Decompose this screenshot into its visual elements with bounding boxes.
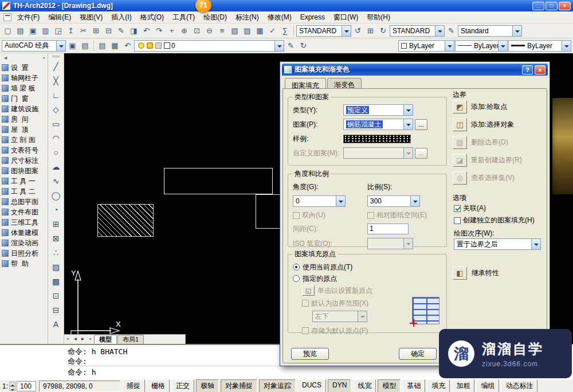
tab-layout1[interactable]: 布局1 xyxy=(117,335,144,344)
combo-arrow-icon[interactable] xyxy=(403,105,413,115)
spacing-input[interactable]: 1 xyxy=(367,224,409,234)
close-button[interactable]: × xyxy=(559,2,571,10)
specified-origin-radio[interactable]: 指定的原点 xyxy=(293,273,442,284)
toggle-otrack[interactable]: 对象追踪 xyxy=(259,379,296,392)
menu-item-help[interactable]: 帮助(H) xyxy=(363,11,394,23)
spline-icon[interactable]: ∿ xyxy=(49,174,63,188)
layer-update-icon[interactable]: ↻ xyxy=(297,40,309,52)
scale-combo[interactable]: 300 xyxy=(367,195,420,207)
tab-model[interactable]: 模型 xyxy=(94,335,117,344)
toggle-ducs[interactable]: DUCS xyxy=(297,379,326,392)
sidebar-item-text-table-symbol[interactable]: 文表符号 xyxy=(0,145,48,155)
set-origin-button[interactable]: ◱ xyxy=(302,285,315,296)
region-icon[interactable]: ⊡ xyxy=(49,289,63,303)
rectangle-icon[interactable]: ▭ xyxy=(49,117,63,131)
plot-icon[interactable]: ▥ xyxy=(40,25,52,37)
hatch-icon[interactable]: ▨ xyxy=(49,260,63,274)
sidebar-item-elevation-section[interactable]: 立 剖 面 xyxy=(0,135,48,145)
revision-cloud-icon[interactable]: ☁ xyxy=(49,160,63,174)
boundary-action-icon[interactable]: ◪ xyxy=(453,154,467,167)
menu-item-modify[interactable]: 修改(M) xyxy=(264,11,296,23)
paste-icon[interactable]: ⊟ xyxy=(103,25,115,37)
preview-button[interactable]: 预览 xyxy=(291,348,329,360)
combo-arrow-icon[interactable] xyxy=(336,196,345,206)
menu-item-tools[interactable]: 工具(T) xyxy=(168,11,199,23)
redo-icon[interactable]: ↷ xyxy=(153,25,165,37)
polygon-icon[interactable]: ◇ xyxy=(49,103,63,116)
toggle-osnap[interactable]: 对象捕捉 xyxy=(221,379,257,392)
pattern-sample-swatch[interactable] xyxy=(343,135,411,143)
ellipse-arc-icon[interactable]: ◔ xyxy=(49,203,63,217)
sidebar-item-file-layout[interactable]: 文件布图 xyxy=(0,207,48,217)
block-editor-icon[interactable]: ◨ xyxy=(128,25,140,37)
dim-style-icon[interactable]: ↺ xyxy=(352,25,364,37)
mtext-icon[interactable]: A xyxy=(49,317,63,331)
save-icon[interactable]: ▣ xyxy=(27,25,39,37)
sidebar-item-axis-grid-column[interactable]: 轴网柱子 xyxy=(0,73,48,83)
use-current-origin-radio[interactable]: 使用当前原点(T) xyxy=(293,261,442,273)
new-file-icon[interactable]: ▢ xyxy=(2,25,14,37)
construction-line-icon[interactable]: ╳ xyxy=(49,74,63,88)
sidebar-collapse-icon[interactable]: ◄ xyxy=(3,55,8,61)
type-combo[interactable]: 预定义 xyxy=(343,104,413,116)
custom-pattern-browse-button[interactable]: ... xyxy=(415,148,427,159)
menu-item-edit[interactable]: 编辑(E) xyxy=(44,11,75,23)
table-icon[interactable]: ⊟ xyxy=(49,303,63,317)
toggle-grid[interactable]: 栅格 xyxy=(147,379,170,392)
tab-nav-arrow-icon[interactable]: » xyxy=(87,335,94,344)
toggle-snap[interactable]: 捕捉 xyxy=(122,379,145,392)
table-style-icon[interactable]: ⊞ xyxy=(364,25,376,37)
tab-nav-arrow-icon[interactable]: « xyxy=(64,335,72,344)
toggle-group[interactable]: 编组 xyxy=(476,379,499,392)
tool-palettes-icon[interactable]: ▨ xyxy=(241,25,253,37)
color-combo[interactable]: ByLayer xyxy=(398,40,454,52)
store-default-origin-checkbox[interactable]: 存储为默认原点(F) xyxy=(302,324,442,337)
dialog-close-button[interactable]: × xyxy=(535,65,545,75)
properties-palette-icon[interactable]: ▤ xyxy=(79,40,91,52)
add-select-objects-button[interactable]: ◫ 添加:选择对象 xyxy=(453,116,522,134)
copy-icon[interactable]: ⊞ xyxy=(90,25,102,37)
combo-arrow-icon[interactable] xyxy=(403,148,413,158)
angle-combo[interactable]: 0 xyxy=(293,195,346,207)
insert-block-icon[interactable]: ⊞ xyxy=(49,217,63,231)
quick-calc-icon[interactable]: ∑ xyxy=(279,25,291,37)
combo-arrow-icon[interactable] xyxy=(562,41,571,51)
sidebar-item-door-window[interactable]: 门 窗 xyxy=(0,93,48,104)
boundary-action-icon[interactable]: ◩ xyxy=(453,100,467,113)
sidebar-item-massing[interactable]: 体量建模 xyxy=(0,228,48,238)
circle-icon[interactable]: ○ xyxy=(49,146,63,159)
sidebar-item-block-pattern[interactable]: 图块图案 xyxy=(0,166,48,176)
toggle-dyn[interactable]: DYN xyxy=(328,379,351,392)
combo-arrow-icon[interactable] xyxy=(410,196,419,206)
scale-control[interactable]: 1: 100 xyxy=(2,381,36,391)
dim-style-combo[interactable]: STANDARD xyxy=(296,25,351,37)
sidebar-item-wall-beam-slab[interactable]: 墙 梁 板 xyxy=(0,83,48,93)
toggle-base[interactable]: 基础 xyxy=(402,379,425,392)
undo-icon[interactable]: ↶ xyxy=(140,25,152,37)
sidebar-item-site-plan[interactable]: 总图平面 xyxy=(0,197,48,207)
extents-corner-combo[interactable]: 左下 xyxy=(312,311,367,322)
sidebar-item-roof[interactable]: 屋 顶 xyxy=(0,124,48,135)
toggle-bold[interactable]: 加粗 xyxy=(452,379,474,392)
properties-icon[interactable]: ≡ xyxy=(216,25,228,37)
text-style-combo[interactable]: Standard xyxy=(458,25,522,37)
workspace-combo[interactable]: AutoCAD 经典 xyxy=(2,40,66,52)
mleader-style-icon[interactable]: ↻ xyxy=(377,25,389,37)
zoom-previous-icon[interactable]: ⊖ xyxy=(203,25,215,37)
layer-states-icon[interactable]: ▦ xyxy=(109,40,121,52)
maximize-button[interactable]: □ xyxy=(545,2,558,10)
combo-arrow-icon[interactable] xyxy=(274,41,284,51)
lineweight-combo[interactable]: ByLayer xyxy=(508,40,571,52)
custom-pattern-combo[interactable] xyxy=(343,147,413,159)
ok-button[interactable]: 确定 xyxy=(399,348,437,360)
double-checkbox[interactable]: 双向(U) xyxy=(293,210,367,220)
coordinates-readout[interactable]: 97988, 28098, 0 xyxy=(39,381,120,392)
combo-arrow-icon[interactable] xyxy=(512,26,521,36)
combo-arrow-icon[interactable] xyxy=(435,26,444,36)
sidebar-item-3d-tools[interactable]: 三维工具 xyxy=(0,217,48,228)
layer-properties-icon[interactable]: ▤ xyxy=(96,40,108,52)
associative-checkbox[interactable]: 关联(A) xyxy=(454,203,486,213)
layer-on-icon[interactable] xyxy=(138,42,144,49)
menu-item-view[interactable]: 视图(V) xyxy=(76,11,107,23)
combo-arrow-icon[interactable] xyxy=(342,26,351,36)
